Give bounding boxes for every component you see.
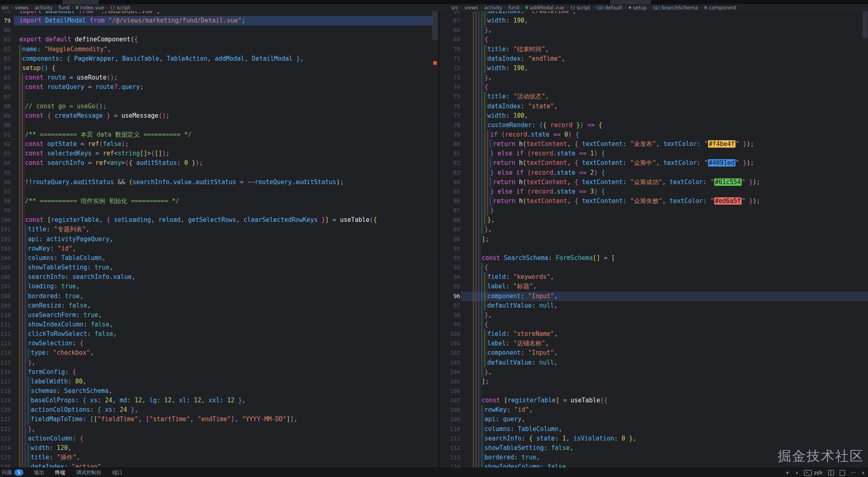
code-line-98[interactable]: 98},	[439, 310, 868, 320]
active-tab-sliver-right[interactable]	[610, 0, 651, 4]
code-line-72[interactable]: 72width: 190,	[439, 64, 868, 73]
panel-tab-端口[interactable]: 端口	[112, 469, 123, 476]
line-number[interactable]: 90	[0, 121, 11, 130]
line-number[interactable]: 110	[439, 425, 460, 434]
code-line-83[interactable]: 83components: { PageWrapper, BasicTable,…	[0, 54, 439, 64]
line-number[interactable]: 98	[0, 196, 11, 206]
line-number[interactable]: 86	[439, 196, 460, 206]
code-line-68[interactable]: 68},	[439, 25, 868, 35]
line-number[interactable]: 75	[439, 92, 460, 101]
code-line-117[interactable]: 117labelWidth: 80,	[0, 377, 439, 387]
line-number[interactable]: 108	[0, 292, 11, 301]
code-line-94[interactable]: 94field: "keywords",	[439, 272, 868, 282]
line-number[interactable]: 72	[439, 64, 460, 73]
line-number[interactable]: 111	[0, 320, 11, 329]
line-number[interactable]: 83	[0, 54, 11, 64]
code-line-106[interactable]: 106	[439, 386, 868, 396]
line-number[interactable]: 124	[0, 443, 11, 453]
line-number[interactable]: 96	[439, 292, 460, 301]
breadcrumb-item-searchschema[interactable]: [@]SearchSchema	[653, 5, 698, 11]
line-number[interactable]: 79	[0, 16, 11, 25]
code-line-91[interactable]: 91/** ========== 本页 data 数据定义 ==========…	[0, 130, 439, 140]
code-line-115[interactable]: 115},	[0, 358, 439, 368]
line-number[interactable]: 91	[0, 130, 11, 139]
code-line-118[interactable]: 118schemas: SearchSchema,	[0, 386, 439, 396]
line-number[interactable]: 82	[439, 158, 460, 168]
code-line-86[interactable]: 86const routeQuery = route?.query;	[0, 82, 439, 92]
code-line-110[interactable]: 110columns: TableColumn,	[439, 425, 868, 434]
breadcrumb-item-views[interactable]: views	[15, 5, 29, 11]
breadcrumb-item-src[interactable]: src	[2, 5, 9, 11]
code-line-105[interactable]: 105showTableSetting: true,	[0, 263, 439, 273]
code-line-109[interactable]: 109canResize: false,	[0, 301, 439, 311]
code-line-75[interactable]: 75title: "活动状态",	[439, 92, 868, 102]
line-number[interactable]: 100	[0, 215, 11, 225]
line-number[interactable]: 93	[0, 149, 11, 158]
line-number[interactable]: 99	[439, 320, 460, 329]
code-line-104[interactable]: 104columns: TableColumn,	[0, 253, 439, 263]
line-number[interactable]: 76	[439, 102, 460, 111]
line-number[interactable]: 80	[439, 139, 460, 149]
line-number[interactable]: 103	[439, 358, 460, 367]
code-line-101[interactable]: 101label: "店铺名称",	[439, 339, 868, 349]
line-number[interactable]: 88	[0, 102, 11, 111]
code-line-96[interactable]: 96!!routeQuery.auditStatus && (searchInf…	[0, 178, 439, 187]
line-number[interactable]: 81	[439, 149, 460, 158]
breadcrumb-item-fund[interactable]: fund	[508, 5, 519, 11]
line-number[interactable]: 97	[439, 301, 460, 310]
line-number[interactable]: 79	[439, 130, 460, 139]
code-line-87[interactable]: 87	[0, 92, 439, 102]
line-number[interactable]: 123	[0, 434, 11, 443]
line-number[interactable]: 109	[439, 415, 460, 424]
line-number[interactable]: 101	[0, 225, 11, 234]
code-line-80[interactable]: 80	[0, 25, 439, 35]
code-line-84[interactable]: 84setup() {	[0, 64, 439, 73]
line-number[interactable]: 111	[439, 434, 460, 443]
line-number[interactable]: 104	[0, 253, 11, 263]
breadcrumb-item-fund[interactable]: fund	[59, 5, 70, 11]
line-number[interactable]: 107	[439, 396, 460, 405]
line-number[interactable]: 71	[439, 54, 460, 64]
line-number[interactable]: 89	[439, 225, 460, 234]
line-number[interactable]: 103	[0, 244, 11, 253]
line-number[interactable]: 69	[439, 35, 460, 44]
color-swatch-chip[interactable]: #ed6a5f	[714, 197, 742, 205]
code-line-104[interactable]: 104},	[439, 367, 868, 377]
code-line-82[interactable]: 82name: "HaggleCommodity",	[0, 45, 439, 55]
line-number[interactable]: 105	[439, 377, 460, 386]
code-line-100[interactable]: 100field: "storeName",	[439, 329, 868, 339]
active-tab-sliver-left[interactable]	[62, 0, 98, 4]
line-number[interactable]: 114	[0, 348, 11, 358]
code-line-103[interactable]: 103defaultValue: null,	[439, 358, 868, 368]
line-number[interactable]: 113	[439, 453, 460, 462]
code-line-67[interactable]: 67width: 190,	[439, 16, 868, 26]
line-number[interactable]: 98	[439, 310, 460, 320]
code-line-91[interactable]: 91	[439, 244, 868, 254]
scrollbar-thumb-right[interactable]	[863, 11, 868, 38]
line-number[interactable]: 96	[0, 178, 11, 187]
panel-tab-终端[interactable]: 终端	[55, 469, 65, 476]
code-line-112[interactable]: 112clickToRowSelect: false,	[0, 329, 439, 339]
line-number[interactable]: 115	[0, 358, 11, 367]
code-line-102[interactable]: 102component: "Input",	[439, 348, 868, 358]
line-number[interactable]: 93	[439, 263, 460, 272]
code-line-113[interactable]: 113rowSelection: {	[0, 339, 439, 349]
line-number[interactable]: 112	[439, 443, 460, 453]
kill-terminal-button[interactable]	[840, 470, 845, 476]
breadcrumb-item-activity[interactable]: activity	[484, 5, 502, 11]
code-line-125[interactable]: 125title: "操作",	[0, 453, 439, 463]
code-line-105[interactable]: 105];	[439, 377, 868, 387]
code-line-102[interactable]: 102api: activityPageQuery,	[0, 235, 439, 244]
code-line-122[interactable]: 122},	[0, 425, 439, 434]
code-line-109[interactable]: 109api: query,	[439, 415, 868, 425]
line-number[interactable]: 116	[0, 367, 11, 377]
code-line-101[interactable]: 101title: "专题列表",	[0, 225, 439, 235]
line-number[interactable]: 88	[439, 215, 460, 225]
code-line-96[interactable]: 96component: "Input",	[439, 292, 868, 301]
code-line-81[interactable]: 81export default defineComponent({	[0, 35, 439, 45]
line-number[interactable]: 89	[0, 111, 11, 121]
code-line-69[interactable]: 69{	[439, 35, 868, 45]
line-number[interactable]: 73	[439, 73, 460, 82]
breadcrumb-item-index-vue[interactable]: Vindex.vue	[75, 5, 104, 11]
code-line-78[interactable]: 78import addModal from "./addModal.vue";	[0, 11, 439, 16]
